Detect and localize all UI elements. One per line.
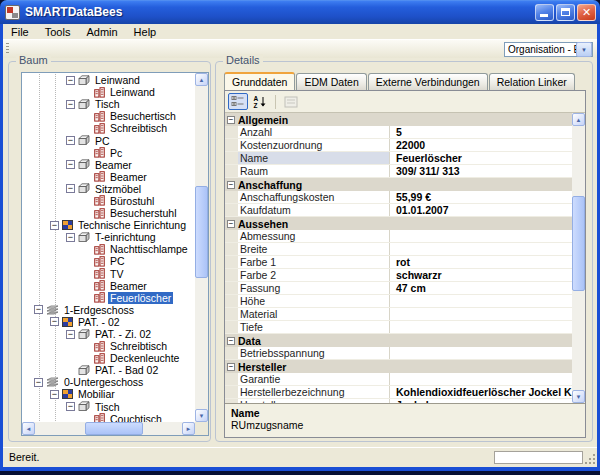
tree-item-nachttischlampe[interactable]: Nachttischlampe [22, 243, 195, 255]
property-row-herstellername[interactable]: HerstellernameJockel [225, 399, 572, 403]
expander-minus-icon[interactable]: − [34, 305, 43, 314]
expander-minus-icon[interactable]: − [66, 184, 75, 193]
property-value[interactable]: 55,99 € [390, 191, 572, 203]
tree-item-tisch[interactable]: −Tisch [22, 98, 195, 110]
expander-minus-icon[interactable]: − [50, 221, 59, 230]
property-row-tiefe[interactable]: Tiefe [225, 321, 572, 334]
property-row-herstellerbezeichnung[interactable]: HerstellerbezeichnungKohlendioxidfeuerlö… [225, 386, 572, 399]
tree-vertical-scrollbar[interactable]: ▲ ▼ [195, 73, 208, 422]
tree-item-schreibtisch[interactable]: Schreibtisch [22, 122, 195, 134]
property-row-kaufdatum[interactable]: Kaufdatum01.01.2007 [225, 204, 572, 217]
property-row-abmessung[interactable]: Abmessung [225, 230, 572, 243]
expander-minus-icon[interactable]: − [50, 317, 59, 326]
tree-item-leinwand[interactable]: −Leinwand [22, 74, 195, 86]
tree-item-pc[interactable]: Pc [22, 147, 195, 159]
tree-vscroll-track[interactable] [195, 86, 208, 409]
property-row-anschaffungskosten[interactable]: Anschaffungskosten55,99 € [225, 191, 572, 204]
tree-horizontal-scrollbar[interactable]: ◄ ► [22, 422, 195, 435]
menu-file[interactable]: File [3, 25, 37, 39]
property-value[interactable] [390, 295, 572, 307]
scroll-up-button[interactable]: ▲ [195, 73, 208, 86]
expander-minus-icon[interactable]: − [66, 160, 75, 169]
collapse-minus-icon[interactable]: − [227, 116, 235, 124]
title-bar[interactable]: SMARTDataBees ✕ [0, 0, 600, 24]
scroll-right-button[interactable]: ► [182, 422, 195, 435]
maximize-button[interactable] [556, 4, 575, 21]
category-row-data[interactable]: −Data [225, 334, 572, 347]
expander-minus-icon[interactable]: − [66, 136, 75, 145]
resize-grip[interactable] [584, 453, 596, 465]
tree-item-sitzm-bel[interactable]: −Sitzmöbel [22, 183, 195, 195]
property-row-fassung[interactable]: Fassung47 cm [225, 282, 572, 295]
property-value[interactable]: schwarzr [390, 269, 572, 281]
property-value[interactable] [390, 321, 572, 333]
property-value[interactable]: 309/ 311/ 313 [390, 165, 572, 177]
tree-item-pc[interactable]: PC [22, 255, 195, 267]
category-row-aussehen[interactable]: −Aussehen [225, 217, 572, 230]
property-row-breite[interactable]: Breite [225, 243, 572, 256]
collapse-minus-icon[interactable]: − [227, 220, 235, 228]
property-value[interactable]: 01.01.2007 [390, 204, 572, 216]
property-row-name[interactable]: NameFeuerlöscher [225, 152, 572, 165]
tab-edm-daten[interactable]: EDM Daten [296, 73, 366, 90]
tree-item-tv[interactable]: TV [22, 268, 195, 280]
tree-item-tisch[interactable]: −Tisch [22, 401, 195, 413]
tab-relation-linker[interactable]: Relation Linker [489, 73, 575, 90]
tree-item-technische-einrichtung[interactable]: −Technische Einrichtung [22, 219, 195, 231]
property-value[interactable] [390, 308, 572, 320]
tree-item-schreibtisch[interactable]: Schreibtisch [22, 340, 195, 352]
property-value[interactable]: Jockel [390, 399, 572, 403]
tree-item-besucherstuhl[interactable]: Besucherstuhl [22, 207, 195, 219]
scroll-down-button[interactable]: ▼ [572, 390, 585, 403]
toolbar-grip[interactable] [6, 43, 9, 55]
property-value[interactable]: Feuerlöscher [390, 152, 572, 164]
scroll-down-button[interactable]: ▼ [195, 409, 208, 422]
tree-item-beamer[interactable]: −Beamer [22, 159, 195, 171]
category-row-hersteller[interactable]: −Hersteller [225, 360, 572, 373]
category-row-allgemein[interactable]: −Allgemein [225, 113, 572, 126]
expander-minus-icon[interactable]: − [34, 378, 43, 387]
expander-minus-icon[interactable]: − [66, 233, 75, 242]
property-value[interactable]: 5 [390, 126, 572, 138]
property-row-anzahl[interactable]: Anzahl5 [225, 126, 572, 139]
collapse-minus-icon[interactable]: − [227, 181, 235, 189]
tree-vscroll-thumb[interactable] [195, 186, 208, 278]
property-value[interactable] [390, 347, 572, 359]
category-row-anschaffung[interactable]: −Anschaffung [225, 178, 572, 191]
organisation-combobox[interactable]: Organisation - Einrid ▼ [504, 42, 593, 57]
expander-minus-icon[interactable]: − [66, 76, 75, 85]
property-value[interactable]: 22000 [390, 139, 572, 151]
tab-grunddaten[interactable]: Grunddaten [224, 72, 295, 90]
tree-item-feuerl-scher[interactable]: Feuerlöscher [22, 292, 195, 304]
tree-hscroll-thumb[interactable] [85, 422, 143, 435]
tree-item-pat-02[interactable]: −PAT. - 02 [22, 316, 195, 328]
property-row-raum[interactable]: Raum309/ 311/ 313 [225, 165, 572, 178]
menu-tools[interactable]: Tools [37, 25, 79, 39]
grid-vertical-scrollbar[interactable]: ▲ ▼ [572, 113, 585, 403]
expander-minus-icon[interactable]: − [50, 390, 59, 399]
tree-item-1-erdgeschoss[interactable]: −1-Erdgeschoss [22, 304, 195, 316]
minimize-button[interactable] [535, 4, 554, 21]
grid-vscroll-thumb[interactable] [572, 196, 585, 291]
menu-help[interactable]: Help [126, 25, 165, 39]
scroll-up-button[interactable]: ▲ [572, 113, 585, 126]
tree-item-pc[interactable]: −PC [22, 134, 195, 146]
tree-item-beamer[interactable]: Beamer [22, 280, 195, 292]
collapse-minus-icon[interactable]: − [227, 337, 235, 345]
tree-item-pat-bad-02[interactable]: PAT. - Bad 02 [22, 364, 195, 376]
tree-item-couchtisch[interactable]: Couchtisch [22, 413, 195, 422]
property-row-material[interactable]: Material [225, 308, 572, 321]
menu-admin[interactable]: Admin [78, 25, 125, 39]
property-value[interactable] [390, 243, 572, 255]
property-value[interactable] [390, 373, 572, 385]
expander-minus-icon[interactable]: − [66, 402, 75, 411]
tree-item-leinwand[interactable]: Leinwand [22, 86, 195, 98]
grid-vscroll-track[interactable] [572, 126, 585, 390]
property-row-farbe-1[interactable]: Farbe 1rot [225, 256, 572, 269]
expander-minus-icon[interactable]: − [66, 330, 75, 339]
property-row-kostenzuordnung[interactable]: Kostenzuordnung22000 [225, 139, 572, 152]
tree-item-beamer[interactable]: Beamer [22, 171, 195, 183]
tree-hscroll-track[interactable] [35, 422, 182, 435]
collapse-minus-icon[interactable]: − [227, 363, 235, 371]
tree-item-pat-zi-02[interactable]: −PAT. - Zi. 02 [22, 328, 195, 340]
